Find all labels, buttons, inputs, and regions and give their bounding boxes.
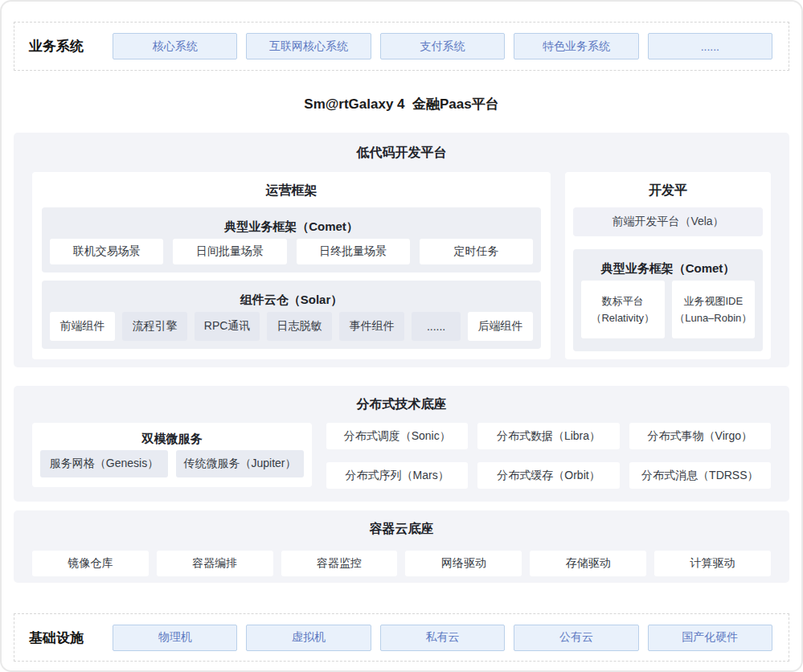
dual-mode-chip-row: 服务网格（Genesis） 传统微服务（Jupiter）	[40, 450, 304, 477]
orbit-distributed-cache-box: 分布式缓存（Orbit）	[477, 462, 619, 489]
container-cloud-panel-title: 容器云底座	[32, 510, 771, 540]
jupiter-traditional-microservice-chip: 传统微服务（Jupiter）	[176, 450, 304, 477]
dual-mode-microservice-title: 双模微服务	[40, 428, 304, 450]
lowcode-body: 运营框架 典型业务框架（Comet） 联机交易场景 日间批量场景 日终批量场景 …	[32, 172, 771, 359]
domestic-hardware-button[interactable]: 国产化硬件	[648, 625, 772, 651]
more-components-chip: ......	[412, 312, 461, 341]
platform-title: Sm@rtGalaxy 4 金融Paas平台	[14, 95, 789, 114]
distributed-panel-title: 分布式技术底座	[32, 386, 771, 416]
rpc-communication-chip: RPC通讯	[195, 312, 260, 341]
scenario-online-transaction-chip: 联机交易场景	[50, 239, 163, 264]
sonic-distributed-scheduling-box: 分布式调度（Sonic）	[326, 423, 468, 449]
private-cloud-button[interactable]: 私有云	[380, 625, 505, 651]
comet-business-framework-title: 典型业务框架（Comet）	[50, 215, 533, 239]
distributed-services-grid: 分布式调度（Sonic） 分布式数据（Libra） 分布式事物（Virgo） 分…	[326, 423, 771, 489]
scenario-scheduled-task-chip: 定时任务	[420, 239, 533, 264]
distributed-body: 双模微服务 服务网格（Genesis） 传统微服务（Jupiter） 分布式调度…	[32, 423, 771, 489]
architecture-diagram-page: 业务系统 核心系统 互联网核心系统 支付系统 特色业务系统 ...... Sm@…	[0, 0, 803, 672]
business-system-payment-button[interactable]: 支付系统	[380, 33, 505, 59]
image-registry-box: 镜像仓库	[32, 551, 149, 576]
vela-frontend-dev-platform-bar: 前端开发平台（Vela）	[573, 207, 763, 236]
infrastructure-label: 基础设施	[29, 629, 113, 647]
container-capability-row: 镜像仓库 容器编排 容器监控 网络驱动 存储驱动 计算驱动	[32, 551, 771, 576]
dev-comet-framework-title: 典型业务框架（Comet）	[581, 256, 755, 281]
solar-component-row: 前端组件 流程引擎 RPC通讯 日志脱敏 事件组件 ...... 后端组件	[50, 312, 533, 341]
dev-comet-framework-section: 典型业务框架（Comet） 数标平台 （Relativity） 业务视图IDE …	[573, 249, 763, 351]
solar-component-cloud-title: 组件云仓（Solar）	[50, 288, 533, 312]
scenario-daytime-batch-chip: 日间批量场景	[173, 239, 286, 264]
compute-driver-box: 计算驱动	[654, 551, 771, 576]
lowcode-panel: 低代码开发平台 运营框架 典型业务框架（Comet） 联机交易场景 日间批量场景…	[14, 133, 789, 367]
log-masking-chip: 日志脱敏	[267, 312, 332, 341]
operations-framework-card: 运营框架 典型业务框架（Comet） 联机交易场景 日间批量场景 日终批量场景 …	[32, 172, 551, 359]
tdrss-distributed-message-box: 分布式消息（TDRSS）	[629, 462, 771, 489]
scenario-endofday-batch-chip: 日终批量场景	[297, 239, 410, 264]
container-cloud-panel: 容器云底座 镜像仓库 容器编排 容器监控 网络驱动 存储驱动 计算驱动	[14, 510, 789, 583]
dev-platform-card: 开发平 前端开发平台（Vela） 典型业务框架（Comet） 数标平台 （Rel…	[565, 172, 771, 359]
relativity-label-line2: （Relativity）	[591, 309, 654, 326]
operations-framework-title: 运营框架	[42, 172, 541, 207]
luna-robin-label-line2: （Luna–Robin）	[674, 309, 752, 326]
business-systems-pill-row: 核心系统 互联网核心系统 支付系统 特色业务系统 ......	[113, 33, 772, 59]
business-system-special-button[interactable]: 特色业务系统	[514, 33, 638, 59]
luna-robin-label-line1: 业务视图IDE	[683, 293, 743, 309]
lowcode-panel-title: 低代码开发平台	[32, 133, 771, 164]
backend-component-chip: 后端组件	[468, 312, 533, 341]
network-driver-box: 网络驱动	[405, 551, 522, 576]
business-systems-row: 业务系统 核心系统 互联网核心系统 支付系统 特色业务系统 ......	[14, 22, 789, 71]
distributed-panel: 分布式技术底座 双模微服务 服务网格（Genesis） 传统微服务（Jupite…	[14, 386, 789, 502]
relativity-data-platform-chip: 数标平台 （Relativity）	[581, 281, 665, 338]
business-system-more-button[interactable]: ......	[648, 33, 772, 59]
storage-driver-box: 存储驱动	[530, 551, 646, 576]
mars-distributed-sequence-box: 分布式序列（Mars）	[326, 462, 468, 489]
dev-tool-row: 数标平台 （Relativity） 业务视图IDE （Luna–Robin）	[581, 281, 755, 338]
physical-machine-button[interactable]: 物理机	[113, 625, 237, 651]
relativity-label-line1: 数标平台	[602, 293, 644, 309]
business-systems-label: 业务系统	[29, 37, 113, 55]
libra-distributed-data-box: 分布式数据（Libra）	[477, 423, 619, 449]
genesis-service-mesh-chip: 服务网格（Genesis）	[40, 450, 168, 477]
infrastructure-row: 基础设施 物理机 虚拟机 私有云 公有云 国产化硬件	[14, 613, 789, 662]
virtual-machine-button[interactable]: 虚拟机	[246, 625, 371, 651]
infrastructure-pill-row: 物理机 虚拟机 私有云 公有云 国产化硬件	[113, 625, 772, 651]
luna-robin-business-view-ide-chip: 业务视图IDE （Luna–Robin）	[672, 281, 756, 338]
dual-mode-microservice-card: 双模微服务 服务网格（Genesis） 传统微服务（Jupiter）	[32, 423, 312, 487]
container-monitoring-box: 容器监控	[281, 551, 398, 576]
business-system-core-button[interactable]: 核心系统	[113, 33, 237, 59]
business-system-internet-core-button[interactable]: 互联网核心系统	[246, 33, 371, 59]
process-engine-chip: 流程引擎	[122, 312, 187, 341]
comet-scenario-row: 联机交易场景 日间批量场景 日终批量场景 定时任务	[50, 239, 533, 264]
comet-business-framework-section: 典型业务框架（Comet） 联机交易场景 日间批量场景 日终批量场景 定时任务	[42, 207, 541, 272]
frontend-component-chip: 前端组件	[50, 312, 115, 341]
solar-component-cloud-section: 组件云仓（Solar） 前端组件 流程引擎 RPC通讯 日志脱敏 事件组件 ..…	[42, 281, 541, 349]
virgo-distributed-transaction-box: 分布式事物（Virgo）	[629, 423, 771, 449]
event-component-chip: 事件组件	[339, 312, 404, 341]
dev-platform-title: 开发平	[573, 172, 763, 207]
public-cloud-button[interactable]: 公有云	[514, 625, 638, 651]
container-orchestration-box: 容器编排	[157, 551, 273, 576]
